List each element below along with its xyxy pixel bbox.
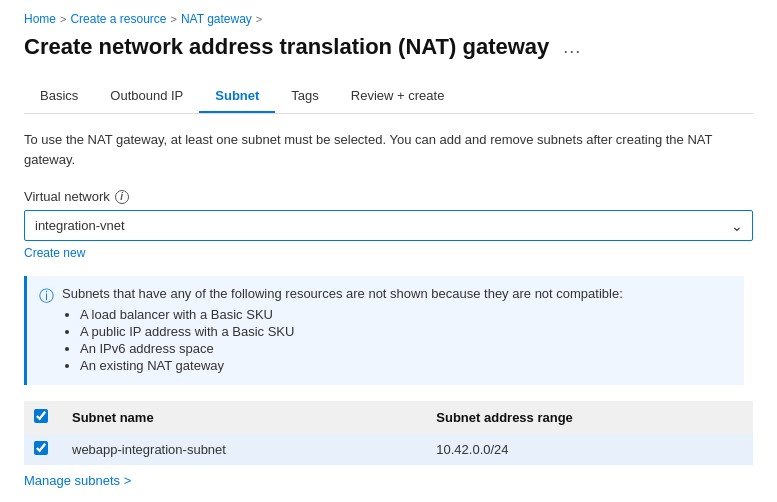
subnet-info-text: Subnets that have any of the following r… <box>62 286 623 301</box>
bullet-item-2: An IPv6 address space <box>80 341 623 356</box>
create-new-link[interactable]: Create new <box>24 246 85 260</box>
info-text: To use the NAT gateway, at least one sub… <box>24 130 724 169</box>
row-address-range: 10.42.0.0/24 <box>424 434 753 465</box>
row-subnet-name: webapp-integration-subnet <box>60 434 424 465</box>
tab-bar: Basics Outbound IP Subnet Tags Review + … <box>24 80 753 114</box>
table-row: webapp-integration-subnet 10.42.0.0/24 <box>24 434 753 465</box>
header-subnet-name: Subnet name <box>60 401 424 434</box>
breadcrumb-sep-3: > <box>256 13 262 25</box>
tab-outbound-ip[interactable]: Outbound IP <box>94 80 199 113</box>
breadcrumb-sep-1: > <box>60 13 66 25</box>
tab-basics[interactable]: Basics <box>24 80 94 113</box>
page-title: Create network address translation (NAT)… <box>24 34 549 60</box>
vnet-info-icon[interactable]: i <box>115 190 129 204</box>
tab-tags[interactable]: Tags <box>275 80 334 113</box>
breadcrumb-create-resource[interactable]: Create a resource <box>70 12 166 26</box>
subnet-info-content: Subnets that have any of the following r… <box>62 286 623 375</box>
breadcrumb-home[interactable]: Home <box>24 12 56 26</box>
row-checkbox-col <box>24 434 60 465</box>
virtual-network-label: Virtual network i <box>24 189 753 204</box>
bullet-item-3: An existing NAT gateway <box>80 358 623 373</box>
ellipsis-button[interactable]: ... <box>559 35 585 60</box>
bullet-item-1: A public IP address with a Basic SKU <box>80 324 623 339</box>
manage-subnets-link[interactable]: Manage subnets > <box>24 473 131 488</box>
select-all-checkbox[interactable] <box>34 409 48 423</box>
breadcrumb-nat-gateway[interactable]: NAT gateway <box>181 12 252 26</box>
row-checkbox-0[interactable] <box>34 441 48 455</box>
breadcrumb: Home > Create a resource > NAT gateway > <box>24 12 753 26</box>
info-circle-icon: ⓘ <box>39 287 54 375</box>
vnet-label-text: Virtual network <box>24 189 110 204</box>
subnet-bullet-list: A load balancer with a Basic SKU A publi… <box>62 307 623 373</box>
subnet-table: Subnet name Subnet address range webapp-… <box>24 401 753 465</box>
page-title-row: Create network address translation (NAT)… <box>24 34 753 60</box>
header-checkbox-col <box>24 401 60 434</box>
bullet-item-0: A load balancer with a Basic SKU <box>80 307 623 322</box>
subnet-info-box: ⓘ Subnets that have any of the following… <box>24 276 744 385</box>
tab-subnet[interactable]: Subnet <box>199 80 275 113</box>
header-address-range: Subnet address range <box>424 401 753 434</box>
tab-review-create[interactable]: Review + create <box>335 80 461 113</box>
virtual-network-dropdown-wrapper: integration-vnet ⌄ <box>24 210 753 241</box>
breadcrumb-sep-2: > <box>171 13 177 25</box>
table-header-row: Subnet name Subnet address range <box>24 401 753 434</box>
virtual-network-select[interactable]: integration-vnet <box>24 210 753 241</box>
